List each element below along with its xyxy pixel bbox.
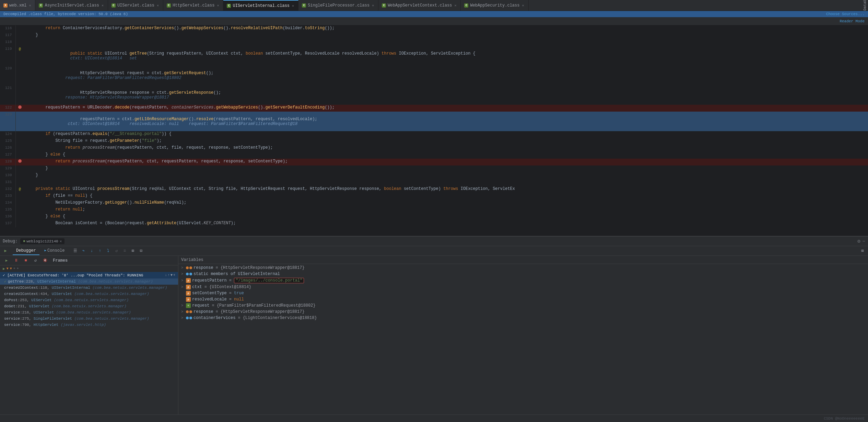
var-item-response2[interactable]: > response = {HttpServletResponseWrapper… [178, 309, 868, 315]
oo-icon [186, 266, 189, 269]
list-item[interactable]: doGet:231, UIServlet (com.bea.netuix.ser… [0, 303, 178, 309]
filter-icon: ▼ [7, 267, 9, 271]
tab-close[interactable]: ✕ [216, 3, 220, 8]
debug-settings-button[interactable]: ⚙ [857, 238, 860, 244]
debug-restore-button[interactable]: ⊟ [137, 247, 145, 255]
var-item-setcontenttype[interactable]: p setContentType = true [178, 290, 868, 296]
debug-run-to-cursor-button[interactable]: ⤵ [104, 247, 112, 255]
tab-label: WebAppServletContext.class [388, 3, 452, 8]
tab-httpservlet[interactable]: C HttpServlet.class ✕ [163, 0, 223, 11]
debug-run-button[interactable]: ▶ [2, 247, 9, 255]
debug-table-button[interactable]: ⊞ [129, 247, 137, 255]
list-item[interactable]: service:275, SingleFileServlet (com.bea.… [0, 316, 178, 322]
thread-label: ✓ [ACTIVE] ExecuteThread: '8' ...oup "Po… [3, 273, 143, 277]
tab-close[interactable]: ✕ [454, 3, 457, 8]
tab-singlefileprocessor[interactable]: C SingleFileProcessor.class ✕ [298, 0, 378, 11]
debug-tab-debugger[interactable]: Debugger [13, 247, 39, 255]
tab-close[interactable]: ✕ [291, 3, 295, 8]
frames-run-button[interactable]: ▶ [3, 257, 10, 264]
filter-icon-3: ▼ [171, 273, 173, 277]
frame-label: getTree:228, UIServletInternal (com.bea.… [8, 280, 153, 284]
plus-icon-3: + [173, 273, 175, 277]
param-icon: p [186, 291, 191, 296]
tab-uiservlet[interactable]: C UIServlet.class ✕ [108, 0, 163, 11]
debug-step-over-button[interactable]: ↷ [80, 247, 87, 255]
frame-thread-running[interactable]: ✓ [ACTIVE] ExecuteThread: '8' ...oup "Po… [0, 272, 178, 278]
list-item[interactable]: service:216, UIServlet (com.bea.netuix.s… [0, 309, 178, 316]
tab-bar: X web.xml ✕ C AsyncInitServlet.class ✕ C… [0, 0, 868, 11]
tab-close[interactable]: ✕ [521, 3, 525, 8]
debug-session-name: weblogic122140 [26, 239, 58, 243]
table-row: 127 } else { [0, 152, 868, 159]
debug-list-icon[interactable]: ☰ [71, 247, 79, 255]
code-table: 116 return ContainerServicesFactory.getC… [0, 25, 868, 227]
frames-stop-button[interactable]: ■ [22, 257, 30, 264]
list-item[interactable]: service:790, HttpServlet (javax.servlet.… [0, 322, 178, 328]
debug-evaluate-button[interactable]: ≡ [121, 247, 128, 255]
expand-icon: > [181, 285, 185, 289]
list-item[interactable]: createUIContext:434, UIServlet (com.bea.… [0, 291, 178, 297]
param-icon: p [186, 278, 191, 283]
var-item-containerservices[interactable]: > containerServices = {LightContainerSer… [178, 315, 868, 321]
tab-uiservletinternal[interactable]: C UIServletInternal.class ✕ [223, 0, 298, 11]
class-icon: C [39, 3, 43, 8]
class-icon: C [302, 3, 306, 8]
variables-panel: Variables > response = {HttpSer [178, 256, 868, 414]
variables-list: > response = {HttpServletResponseWrapper… [178, 264, 868, 414]
debug-step-out-button[interactable]: ↑ [96, 247, 104, 255]
list-item[interactable]: doPost:253, UIServlet (com.bea.netuix.se… [0, 297, 178, 303]
tab-label: HttpServlet.class [173, 3, 214, 8]
table-row-current: 123 requestPattern = ctxt.getL10nResourc… [0, 112, 868, 131]
frames-panel: ▶ ⏸ ■ ↺ 🔇 Frames ▶ ▼ ▼ [0, 256, 178, 414]
tab-close[interactable]: ✕ [371, 3, 375, 8]
tab-close[interactable]: ✕ [28, 3, 32, 8]
breakpoint-indicator [18, 159, 22, 163]
oo-icon-4 [189, 310, 192, 313]
tab-close[interactable]: ✕ [156, 3, 160, 8]
var-item-response[interactable]: > response = {HttpServletResponseWrapper… [178, 265, 868, 271]
debug-layout-button[interactable]: ⊞ [859, 247, 866, 255]
tab-close[interactable]: ✕ [101, 3, 104, 8]
var-item-requestpattern[interactable]: > p requestPattern = "/images/../console… [178, 277, 868, 284]
frames-header: ▶ ⏸ ■ ↺ 🔇 Frames [0, 256, 178, 265]
database-sidebar-tab[interactable]: Database [862, 0, 868, 11]
oo-icon-5 [186, 317, 189, 319]
debug-tab-console[interactable]: ▶ Console [41, 247, 68, 255]
debug-reset-button[interactable]: ↺ [113, 247, 120, 255]
choose-sources-link[interactable]: Choose Sources... [826, 12, 865, 16]
debug-step-into-button[interactable]: ↓ [88, 247, 95, 255]
list-item[interactable]: createUIContext:110, UIServletInternal (… [0, 285, 178, 291]
debug-session-tab[interactable]: ■ weblogic122140 ✕ [20, 238, 64, 244]
frame-thread-item[interactable]: ▶ ▼ ▼ + + [0, 265, 178, 272]
var-item-static[interactable]: > static members of UIServletInternal [178, 271, 868, 277]
tab-asyncinit[interactable]: C AsyncInitServlet.class ✕ [35, 0, 108, 11]
debug-session-close[interactable]: ✕ [60, 239, 62, 243]
expand-icon: > [181, 272, 185, 276]
frames-rerun-button[interactable]: ↺ [32, 257, 39, 264]
frames-list: ▶ ▼ ▼ + + ✓ [ACTIVE] ExecuteThread: '8' … [0, 265, 178, 414]
var-item-resolvedlocale[interactable]: p resolvedLocale = null [178, 296, 868, 303]
tab-webappservletcontext[interactable]: C WebAppServletContext.class ✕ [378, 0, 461, 11]
table-row: 132 @ private static UIControl processSt… [0, 186, 868, 193]
frames-mute-button[interactable]: 🔇 [41, 257, 49, 264]
frames-pause-button[interactable]: ⏸ [12, 257, 20, 264]
bottom-panel: Debug: ■ weblogic122140 ✕ ⚙ − ▶ Debugger [0, 236, 868, 414]
debug-minimize-button[interactable]: − [863, 239, 865, 244]
frame-current[interactable]: ✓ getTree:228, UIServletInternal (com.be… [0, 278, 178, 285]
tab-webappsecurity[interactable]: C WebAppSecurity.class ✕ [461, 0, 528, 11]
table-row: 120 HttpServletRequest request = ctxt.ge… [0, 66, 868, 85]
tab-label: WebAppSecurity.class [470, 3, 519, 8]
static-icon [186, 273, 189, 275]
code-area[interactable]: 116 return ContainerServicesFactory.getC… [0, 25, 868, 236]
app-layout: X web.xml ✕ C AsyncInitServlet.class ✕ C… [0, 0, 868, 422]
table-row: 119 @ public static UIControl getTree(St… [0, 46, 868, 66]
var-value-highlight: "/images/../console.portal" [234, 278, 304, 283]
table-row: 129 } [0, 166, 868, 172]
decompiled-info: Decompiled .class file, bytecode version… [3, 12, 128, 16]
tab-web-xml[interactable]: X web.xml ✕ [0, 0, 35, 11]
var-item-ctxt[interactable]: > p ctxt = {UIContext@18814} [178, 284, 868, 290]
var-item-request[interactable]: > = request = {ParamFilter$ParamFiltered… [178, 303, 868, 309]
reader-mode-button[interactable]: Reader Mode [840, 19, 865, 23]
info-bar: Decompiled .class file, bytecode version… [0, 11, 868, 17]
frame-label: service:790, HttpServlet (javax.servlet.… [4, 323, 106, 327]
